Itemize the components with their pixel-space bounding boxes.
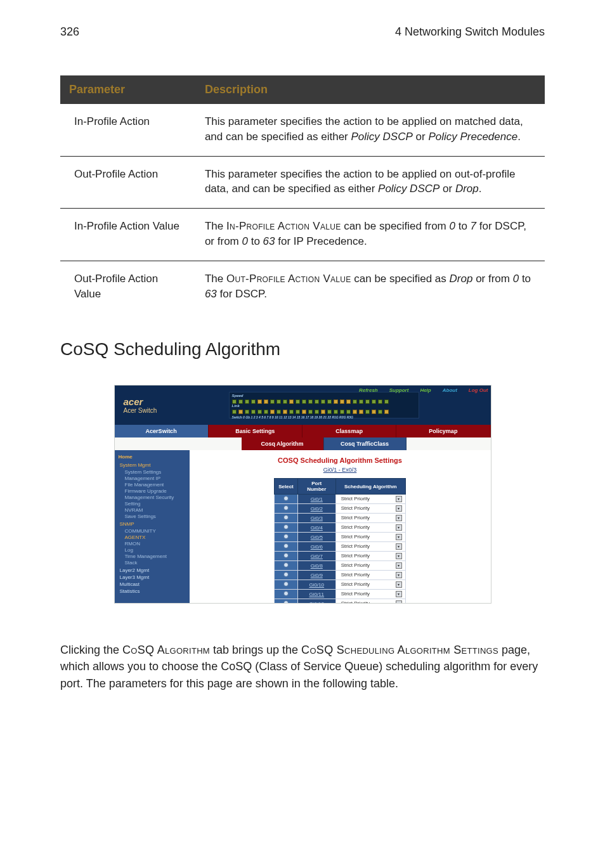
embedded-screenshot: acer Acer Switch Speed Link Switch 0 Gb … — [114, 385, 491, 604]
col-description: Description — [196, 75, 545, 104]
brand-logo: acer — [124, 396, 143, 407]
port-row: Gi0/4Strict Priority▾ — [275, 523, 406, 533]
port-radio[interactable] — [275, 523, 298, 533]
chevron-down-icon: ▾ — [396, 505, 402, 512]
port-radio[interactable] — [275, 504, 298, 514]
table-row: In-Profile Action Value The In-Profile A… — [60, 209, 545, 261]
alg-select[interactable]: Strict Priority▾ — [335, 552, 405, 561]
param-desc: This parameter specifies the action to b… — [196, 156, 545, 209]
sidebar-item[interactable]: Save Settings — [125, 514, 186, 520]
port-row: Gi0/1Strict Priority▾ — [275, 495, 406, 504]
section-title: 4 Networking Switch Modules — [395, 25, 545, 39]
port-radio[interactable] — [275, 514, 298, 523]
port-link[interactable]: Gi0/2 — [297, 504, 335, 514]
param-desc: This parameter specifies the action to b… — [196, 104, 545, 156]
alg-select[interactable]: Strict Priority▾ — [335, 561, 405, 571]
tab-classmap[interactable]: Classmap — [302, 425, 396, 437]
sidebar-layer3[interactable]: Layer3 Mgmt — [120, 574, 186, 580]
th-select: Select — [275, 479, 298, 495]
support-link[interactable]: Support — [389, 387, 409, 393]
port-row: Gi0/2Strict Priority▾ — [275, 504, 406, 514]
alg-select[interactable]: Strict Priority▾ — [335, 495, 405, 504]
sidebar-layer2[interactable]: Layer2 Mgmt — [120, 567, 186, 573]
sidebar-item[interactable]: Log — [125, 547, 186, 554]
chevron-down-icon: ▾ — [396, 553, 402, 559]
chevron-down-icon: ▾ — [396, 562, 402, 569]
port-radio[interactable] — [275, 571, 298, 580]
port-link[interactable]: Gi0/12 — [297, 599, 335, 604]
sidebar-item[interactable]: System Settings — [125, 469, 186, 476]
page-number: 326 — [60, 25, 79, 39]
help-link[interactable]: Help — [420, 387, 431, 393]
port-radio[interactable] — [275, 552, 298, 561]
alg-select[interactable]: Strict Priority▾ — [335, 533, 405, 542]
port-link[interactable]: Gi0/6 — [297, 542, 335, 552]
alg-select[interactable]: Strict Priority▾ — [335, 504, 405, 514]
subtab-cosq-trafficclass[interactable]: Cosq TrafficClass — [324, 437, 407, 450]
param-desc: The Out-Profile Action Value can be spec… — [196, 261, 545, 313]
sidebar-item[interactable]: NVRAM — [125, 507, 186, 514]
port-link[interactable]: Gi0/1 — [297, 495, 335, 504]
sidebar-multicast[interactable]: Multicast — [120, 581, 186, 587]
tab-acerswitch[interactable]: AcerSwitch — [115, 425, 209, 437]
port-row: Gi0/5Strict Priority▾ — [275, 533, 406, 542]
cosq-heading: CoSQ Scheduling Algorithm — [60, 339, 545, 360]
port-radio[interactable] — [275, 590, 298, 599]
subtab-cosq-algorithm[interactable]: Cosq Algorithm — [242, 437, 324, 450]
port-link[interactable]: Gi0/8 — [297, 561, 335, 571]
sidebar-item[interactable]: COMMUNITY — [125, 528, 186, 534]
sidebar-snmp[interactable]: SNMP — [120, 521, 186, 527]
sidebar-statistics[interactable]: Statistics — [120, 588, 186, 594]
chevron-down-icon: ▾ — [396, 534, 402, 540]
param-name: In-Profile Action — [60, 104, 196, 156]
port-link[interactable]: Gi0/4 — [297, 523, 335, 533]
brand-subtitle: Acer Switch — [124, 407, 157, 414]
param-name: Out-Profile Action — [60, 156, 196, 209]
alg-select[interactable]: Strict Priority▾ — [335, 580, 405, 590]
sidebar-item[interactable]: Stack — [125, 560, 186, 566]
port-link[interactable]: Gi0/11 — [297, 590, 335, 599]
chevron-down-icon: ▾ — [396, 581, 402, 588]
port-link[interactable]: Gi0/10 — [297, 580, 335, 590]
table-row: Out-Profile Action This parameter specif… — [60, 156, 545, 209]
about-link[interactable]: About — [443, 387, 457, 393]
sidebar-home[interactable]: Home — [119, 454, 186, 460]
sidebar-item[interactable]: Management Security Setting — [125, 495, 186, 507]
port-link[interactable]: Gi0/3 — [297, 514, 335, 523]
led-panel: Speed Link Switch 0 Gb 1 2 3 4 5 6 7 8 9… — [229, 392, 419, 418]
alg-select[interactable]: Strict Priority▾ — [335, 523, 405, 533]
port-row: Gi0/10Strict Priority▾ — [275, 580, 406, 590]
alg-select[interactable]: Strict Priority▾ — [335, 590, 405, 599]
sidebar-system-mgmt[interactable]: System Mgmt — [120, 462, 186, 468]
alg-select[interactable]: Strict Priority▾ — [335, 571, 405, 580]
top-links: Refresh Support Help About Log Out — [359, 387, 488, 393]
table-row: Out-Profile Action Value The Out-Profile… — [60, 261, 545, 313]
logout-link[interactable]: Log Out — [469, 387, 488, 393]
port-link[interactable]: Gi0/5 — [297, 533, 335, 542]
port-link[interactable]: Gi0/7 — [297, 552, 335, 561]
param-name: Out-Profile Action Value — [60, 261, 196, 313]
alg-select[interactable]: Strict Priority▾ — [335, 542, 405, 552]
param-name: In-Profile Action Value — [60, 209, 196, 261]
sidebar-item[interactable]: File Management — [125, 482, 186, 488]
sidebar-item[interactable]: RMON — [125, 541, 186, 547]
port-radio[interactable] — [275, 533, 298, 542]
port-radio[interactable] — [275, 542, 298, 552]
port-radio[interactable] — [275, 495, 298, 504]
refresh-link[interactable]: Refresh — [359, 387, 378, 393]
port-radio[interactable] — [275, 580, 298, 590]
port-radio[interactable] — [275, 599, 298, 604]
alg-select[interactable]: Strict Priority▾ — [335, 514, 405, 523]
port-radio[interactable] — [275, 561, 298, 571]
sidebar-item[interactable]: AGENTX — [125, 534, 186, 541]
port-link[interactable]: Gi0/9 — [297, 571, 335, 580]
chevron-down-icon: ▾ — [396, 591, 402, 597]
port-range-link[interactable]: Gi0/1 - Ex0/3 — [200, 467, 481, 473]
alg-select[interactable]: Strict Priority▾ — [335, 599, 405, 604]
tab-basic-settings[interactable]: Basic Settings — [209, 425, 302, 437]
tab-policymap[interactable]: Policymap — [396, 425, 490, 437]
sidebar-item[interactable]: Firmware Upgrade — [125, 488, 186, 495]
sidebar-item[interactable]: Management IP — [125, 476, 186, 482]
port-row: Gi0/9Strict Priority▾ — [275, 571, 406, 580]
sidebar-item[interactable]: Time Management — [125, 554, 186, 560]
